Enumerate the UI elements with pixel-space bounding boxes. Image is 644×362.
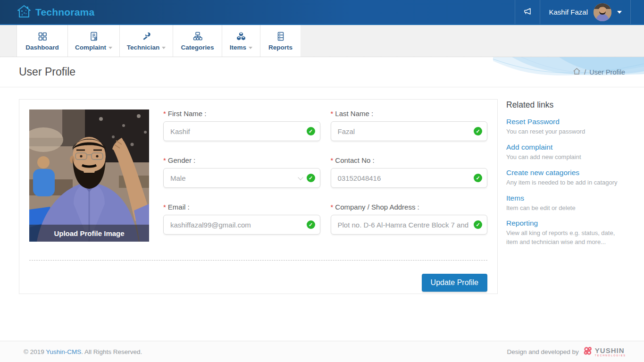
credit-text: Design and developed by [507,348,578,355]
related-link-description: Item can be edit or delete [506,204,627,213]
profile-photo [29,109,149,242]
field-email: *Email : ✓ [163,203,320,235]
reporting-link[interactable]: Reporting [506,219,538,227]
main-nav-tabs: Dashboard Complaint Technician [0,25,644,57]
field-label: First Name : [168,109,207,118]
gender-select[interactable] [163,168,320,188]
avatar [594,3,611,21]
field-last-name: *Last Name : ✓ [331,109,488,141]
field-label: Contact No : [335,156,374,164]
tab-dashboard[interactable]: Dashboard [17,25,67,57]
field-gender: *Gender : ✓ [163,156,320,188]
related-links-title: Related links [506,100,627,110]
last-name-input[interactable] [331,121,488,141]
related-link-description: Any item is needed to be add in catagory [506,178,627,187]
technorama-house-logo-icon [17,4,32,21]
megaphone-icon [522,6,533,18]
required-asterisk: * [331,109,334,118]
user-menu[interactable]: Kashif Fazal [540,0,630,24]
contact-no-input[interactable] [331,168,488,188]
footer: © 2019 Yushin-CMS. All Rights Reserved. … [0,341,644,362]
chevron-down-icon [617,11,622,14]
field-label: Email : [168,203,190,211]
tab-categories[interactable]: Categories [173,25,222,57]
breadcrumb-current: User Profile [589,68,625,76]
upload-caption: Upload Profile Image [29,225,149,242]
chevron-down-icon [249,47,252,49]
tab-reports[interactable]: Reports [260,25,301,57]
announcements-button[interactable] [515,0,540,24]
required-asterisk: * [163,109,166,118]
company-address-input[interactable] [331,215,488,235]
valid-check-icon: ✓ [474,174,482,182]
technician-wrench-icon [141,31,151,42]
required-asterisk: * [331,156,334,164]
related-link-description: View all king of reports e.g. status, da… [506,229,624,247]
copyright-prefix: © 2019 [24,348,46,355]
tab-label: Complaint [75,44,106,51]
related-links: Related links Reset Password You can res… [506,99,627,294]
valid-check-icon: ✓ [474,220,482,229]
first-name-input[interactable] [163,121,320,141]
related-link-reporting: Reporting View all king of reports e.g. … [506,219,627,247]
yushin-cms-link[interactable]: Yushin-CMS [46,348,81,355]
field-company-address: *Company / Shop Address : ✓ [331,203,488,235]
field-label: Company / Shop Address : [335,203,419,211]
add-complaint-link[interactable]: Add complaint [506,143,552,152]
valid-check-icon: ✓ [307,174,315,182]
related-link-reset-password: Reset Password You can reset your passwo… [506,118,627,136]
copyright: © 2019 Yushin-CMS. All Rights Reserved. [24,348,142,355]
tab-technician[interactable]: Technician [119,25,173,57]
tab-items[interactable]: Items [222,25,260,57]
items-link[interactable]: Items [506,194,524,202]
page-header: User Profile / User Profile [0,57,644,87]
related-link-items: Items Item can be edit or delete [506,194,627,213]
categories-sitemap-icon [192,31,203,42]
yushin-brand-sub: TECHNOLOGIES [595,354,626,357]
tab-complaint[interactable]: Complaint [67,25,119,57]
required-asterisk: * [331,203,334,211]
reset-password-link[interactable]: Reset Password [506,118,560,126]
page-title: User Profile [19,66,75,78]
email-input[interactable] [163,215,320,235]
chevron-down-icon [109,47,112,49]
breadcrumb-separator: / [584,68,586,76]
profile-image-upload[interactable]: Upload Profile Image [29,109,149,242]
user-name: Kashif Fazal [549,8,588,16]
brand-name: Technorama [35,7,94,18]
yushin-logo: YUSHIN TECHNOLOGIES [583,346,626,358]
tab-label: Technician [127,44,160,51]
user-profile-panel: Upload Profile Image *First Name : ✓ *La… [19,99,498,294]
tab-label: Reports [268,44,293,51]
tab-label: Categories [181,44,214,51]
valid-check-icon: ✓ [307,220,315,229]
update-profile-button[interactable]: Update Profile [422,274,487,292]
yushin-flower-icon [583,346,593,358]
brand[interactable]: Technorama [0,0,94,24]
complaint-icon [89,31,99,42]
content-area: Upload Profile Image *First Name : ✓ *La… [0,87,644,294]
dashboard-icon [37,31,48,42]
field-first-name: *First Name : ✓ [163,109,320,141]
form-divider [29,260,487,261]
profile-form: *First Name : ✓ *Last Name : ✓ *Gender : [163,109,487,250]
related-link-description: You can reset your password [506,127,627,136]
chevron-down-icon [162,47,166,49]
top-navbar: Technorama Kashif Fazal [0,0,644,25]
field-label: Gender : [168,156,195,164]
related-link-description: You can add new complaint [506,153,627,162]
related-link-add-complaint: Add complaint You can add new complaint [506,143,627,162]
yushin-brand-name: YUSHIN [595,347,626,354]
tab-label: Items [230,44,246,51]
create-categories-link[interactable]: Create new catagories [506,168,579,177]
related-link-create-categories: Create new catagories Any item is needed… [506,168,627,187]
home-icon[interactable] [573,67,581,76]
reports-icon [276,31,286,42]
breadcrumb: / User Profile [573,67,625,76]
valid-check-icon: ✓ [307,127,315,135]
field-label: Last Name : [335,109,373,118]
required-asterisk: * [163,156,166,164]
required-asterisk: * [163,203,166,211]
navbar-spacer [94,0,515,24]
items-cubes-icon [236,31,246,42]
